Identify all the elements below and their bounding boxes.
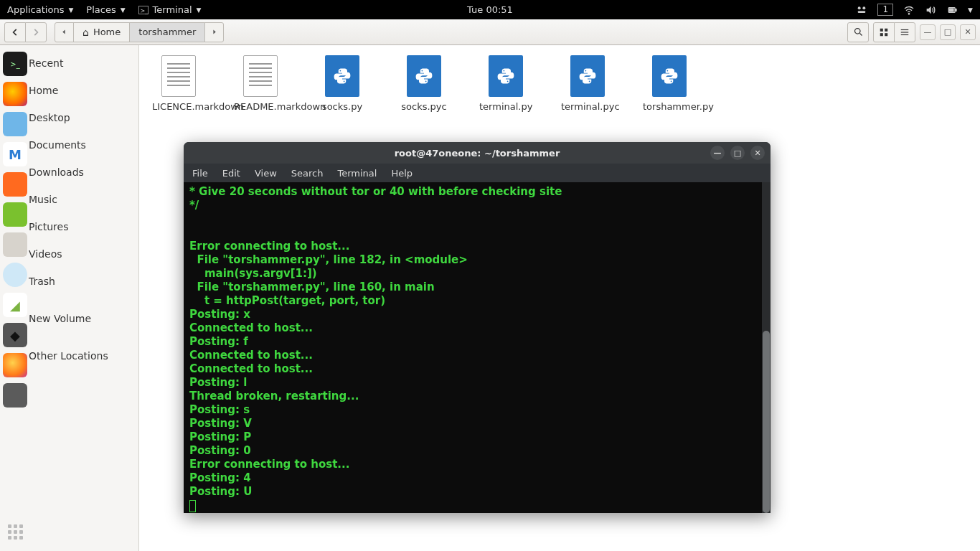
places-label: Places: [86, 4, 116, 15]
dock-app-inkscape[interactable]: ◆: [3, 323, 27, 347]
sidebar-item-label: Downloads: [29, 166, 84, 178]
forward-button[interactable]: [25, 22, 47, 42]
file-item[interactable]: torshammer.py: [643, 55, 696, 112]
sidebar-item-label: New Volume: [29, 313, 91, 324]
svg-point-7: [854, 29, 860, 34]
terminal-app-menu[interactable]: >_ Terminal ▼: [138, 4, 202, 15]
clock[interactable]: Tue 00:51: [467, 4, 513, 15]
file-item[interactable]: socks.py: [316, 55, 369, 112]
sidebar-item-label: Documents: [29, 139, 86, 151]
chevron-down-icon: ▼: [68, 6, 73, 14]
view-grid-button[interactable]: [873, 22, 895, 42]
terminal-menu-file[interactable]: File: [192, 168, 208, 179]
sidebar-item-label: Desktop: [29, 112, 70, 123]
svg-rect-10: [880, 33, 883, 36]
terminal-output[interactable]: * Give 20 seconds without tor or 40 with…: [184, 182, 771, 513]
terminal-icon: >_: [138, 6, 149, 14]
file-label: socks.py: [316, 101, 369, 112]
terminal-menu-terminal[interactable]: Terminal: [337, 168, 377, 179]
file-label: README.markdown: [234, 101, 287, 112]
workspace-indicator[interactable]: 1: [877, 4, 893, 16]
terminal-menu-help[interactable]: Help: [391, 168, 413, 179]
applications-menu[interactable]: Applications ▼: [7, 4, 73, 15]
svg-rect-13: [901, 32, 909, 32]
file-label: torshammer.py: [643, 101, 696, 112]
window-close-button[interactable]: ✕: [960, 24, 976, 40]
python-icon: [489, 55, 523, 97]
view-menu-button[interactable]: [894, 22, 915, 42]
dock-app-pad[interactable]: [3, 202, 27, 227]
terminal-menu-edit[interactable]: Edit: [222, 168, 240, 179]
terminal-window: root@47oneone: ~/torshammer — □ ✕ File E…: [184, 142, 771, 513]
svg-rect-14: [901, 34, 909, 34]
sidebar-item-label: Other Locations: [29, 350, 108, 362]
svg-rect-5: [956, 9, 956, 11]
svg-rect-6: [950, 9, 953, 11]
terminal-minimize-button[interactable]: —: [710, 146, 725, 160]
terminal-titlebar[interactable]: root@47oneone: ~/torshammer — □ ✕: [184, 142, 771, 164]
wifi-icon[interactable]: [903, 4, 915, 16]
gnome-top-bar: Applications ▼ Places ▼ >_ Terminal ▼ Tu…: [0, 0, 980, 19]
back-button[interactable]: [4, 22, 26, 42]
terminal-maximize-button[interactable]: □: [730, 146, 745, 160]
dock-app-disk[interactable]: [3, 232, 27, 257]
dock-app-generic[interactable]: [3, 383, 27, 408]
file-label: socks.pyc: [397, 101, 451, 112]
terminal-scrollbar[interactable]: [762, 182, 771, 513]
file-item[interactable]: LICENCE.markdown: [152, 55, 205, 112]
chevron-down-icon: ▼: [197, 6, 202, 14]
home-icon: ⌂: [83, 27, 89, 38]
file-item[interactable]: terminal.pyc: [561, 55, 614, 112]
file-label: LICENCE.markdown: [152, 101, 205, 112]
sidebar-item-label: Pictures: [29, 221, 68, 232]
python-icon: [407, 55, 441, 97]
file-item[interactable]: terminal.py: [479, 55, 532, 112]
chevron-down-icon[interactable]: ▼: [968, 6, 973, 14]
battery-icon[interactable]: [946, 4, 958, 16]
sidebar-item-label: Music: [29, 194, 57, 205]
dock-app-android[interactable]: ◢: [3, 293, 27, 317]
svg-point-3: [908, 13, 909, 14]
terminal-close-button[interactable]: ✕: [750, 146, 765, 160]
path-prev-button[interactable]: [55, 22, 74, 42]
terminal-title: root@47oneone: ~/torshammer: [395, 148, 560, 159]
sidebar-item-label: Videos: [29, 248, 62, 260]
terminal-scroll-thumb[interactable]: [763, 331, 770, 513]
dock-app-burp[interactable]: [3, 172, 27, 197]
path-next-button[interactable]: [204, 22, 224, 42]
dock-app-firefox2[interactable]: [3, 353, 27, 377]
applications-label: Applications: [7, 4, 64, 15]
dock-app-firefox[interactable]: [3, 82, 27, 106]
dock-app-metasploit[interactable]: M: [3, 142, 27, 166]
screencast-icon[interactable]: [856, 4, 867, 16]
sidebar-item-label: Recent: [29, 57, 63, 69]
search-button[interactable]: [847, 22, 869, 42]
window-maximize-button[interactable]: □: [940, 24, 956, 40]
file-item[interactable]: socks.pyc: [397, 55, 451, 112]
terminal-menu-view[interactable]: View: [255, 168, 277, 179]
terminal-menu-search[interactable]: Search: [291, 168, 324, 179]
path-current[interactable]: torshammer: [129, 22, 205, 42]
file-item[interactable]: README.markdown: [234, 55, 287, 112]
window-minimize-button[interactable]: —: [920, 24, 936, 40]
breadcrumb: ⌂ Home torshammer: [55, 22, 224, 42]
dock-app-terminal[interactable]: >_: [3, 52, 27, 76]
path-home-label: Home: [93, 27, 121, 37]
launcher-dock: >_ M ◢ ◆: [3, 52, 30, 408]
path-home[interactable]: ⌂ Home: [73, 22, 130, 42]
volume-icon[interactable]: [925, 4, 936, 16]
file-label: terminal.py: [479, 101, 532, 112]
svg-rect-8: [880, 28, 883, 31]
chevron-down-icon: ▼: [121, 6, 126, 14]
svg-rect-11: [885, 33, 887, 36]
places-menu[interactable]: Places ▼: [86, 4, 125, 15]
sidebar-item-label: Trash: [29, 276, 55, 287]
svg-point-0: [858, 6, 861, 9]
document-icon: [161, 55, 196, 97]
svg-point-1: [863, 6, 866, 9]
sidebar-item-label: Home: [29, 85, 58, 96]
dock-app-chromium[interactable]: [3, 263, 27, 287]
dock-app-files[interactable]: [3, 112, 27, 136]
svg-rect-12: [901, 29, 909, 29]
show-apps-button[interactable]: [3, 519, 27, 544]
